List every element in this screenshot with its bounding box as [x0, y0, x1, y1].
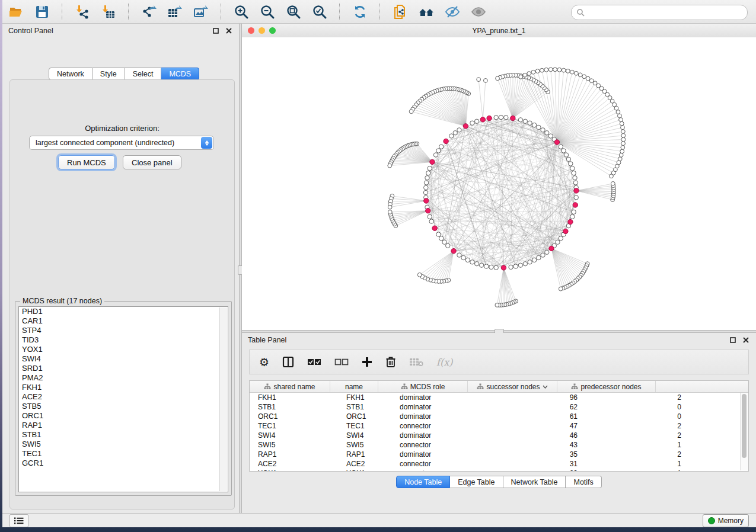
table-cell: STB1 — [250, 402, 338, 412]
mcds-result-item[interactable]: FKH1 — [19, 383, 228, 392]
mcds-result-item[interactable]: CAR1 — [19, 316, 228, 326]
table-cell: 96 — [489, 393, 583, 402]
minimize-window-icon[interactable] — [259, 27, 265, 34]
table-row[interactable]: SWI5SWI5connector431 — [250, 440, 748, 450]
mcds-result-item[interactable]: ORC1 — [19, 411, 228, 421]
mcds-result-item[interactable]: RAP1 — [19, 421, 228, 430]
zoom-fit-icon[interactable] — [285, 3, 302, 21]
table-row[interactable]: ORC1ORC1dominator610 — [250, 412, 748, 421]
delete-columns-trash-icon[interactable] — [385, 355, 396, 369]
create-column-plus-icon[interactable] — [362, 355, 372, 369]
shared-column-icon — [264, 383, 271, 390]
mcds-result-item[interactable]: YOX1 — [19, 345, 228, 354]
list-scrollbar[interactable] — [219, 307, 227, 491]
table-row[interactable]: STB1STB1dominator620 — [250, 402, 748, 412]
tab-motifs[interactable]: Motifs — [566, 476, 601, 488]
table-row[interactable]: TEC1TEC1connector472 — [250, 421, 748, 431]
column-header-successor-nodes[interactable]: successor nodes — [468, 381, 557, 392]
mcds-result-item[interactable]: ACE2 — [19, 392, 228, 402]
float-panel-icon[interactable] — [212, 27, 220, 35]
network-window-titlebar[interactable]: YPA_prune.txt_1 — [242, 24, 756, 38]
mcds-result-item[interactable]: SWI5 — [19, 440, 228, 449]
table-options-gear-icon[interactable]: ⚙ — [259, 355, 269, 369]
mcds-result-group: MCDS result (17 nodes) PHD1CAR1STP4TID3Y… — [15, 301, 232, 496]
close-panel-button[interactable]: Close panel — [123, 155, 181, 169]
column-header-predecessor-nodes[interactable]: predecessor nodes — [557, 381, 656, 392]
table-row[interactable]: FKH1FKH1dominator962 — [250, 393, 748, 402]
tab-node-table[interactable]: Node Table — [396, 476, 450, 488]
mcds-result-item[interactable]: PHD1 — [19, 307, 228, 316]
zoom-out-icon[interactable] — [259, 3, 276, 21]
birds-eye-view-icon[interactable] — [470, 3, 487, 21]
clone-network-icon[interactable] — [391, 3, 409, 21]
hide-graphics-details-icon[interactable] — [444, 3, 461, 21]
search-input[interactable] — [588, 8, 742, 17]
table-cell: TEC1 — [338, 421, 394, 431]
tab-edge-table[interactable]: Edge Table — [450, 476, 503, 488]
scrollbar-thumb[interactable] — [742, 394, 747, 458]
refresh-view-icon[interactable] — [351, 3, 369, 21]
mcds-result-item[interactable]: TEC1 — [19, 449, 228, 459]
maximize-window-icon[interactable] — [269, 27, 276, 34]
mcds-result-item[interactable]: STB1 — [19, 430, 228, 440]
search-field[interactable] — [571, 5, 748, 20]
memory-button[interactable]: Memory — [703, 514, 749, 527]
tab-style[interactable]: Style — [92, 68, 125, 80]
tab-select[interactable]: Select — [125, 68, 162, 80]
export-image-icon[interactable] — [192, 3, 210, 21]
memory-status-icon — [708, 517, 715, 524]
close-window-icon[interactable] — [248, 27, 254, 34]
mcds-result-item[interactable]: GCR1 — [19, 459, 228, 468]
import-network-icon[interactable] — [74, 3, 91, 21]
select-all-icon[interactable] — [307, 355, 321, 369]
tab-network[interactable]: Network — [49, 68, 92, 80]
mcds-result-item[interactable]: STP4 — [19, 326, 228, 335]
table-scrollbar[interactable] — [740, 393, 748, 470]
table-cell: SWI4 — [250, 431, 338, 440]
status-bar: Memory — [2, 513, 756, 527]
toolbar-separator — [339, 4, 340, 20]
table-row[interactable]: RAP1RAP1dominator352 — [250, 450, 748, 459]
close-panel-icon[interactable] — [225, 27, 233, 35]
mcds-result-item[interactable]: SWI4 — [19, 354, 228, 364]
mcds-result-item[interactable]: TID3 — [19, 335, 228, 345]
mcds-result-item[interactable]: SRD1 — [19, 364, 228, 373]
tab-mcds[interactable]: MCDS — [161, 68, 199, 80]
run-mcds-button[interactable]: Run MCDS — [58, 155, 115, 169]
network-canvas[interactable] — [242, 37, 756, 330]
first-neighbors-icon[interactable] — [417, 3, 435, 21]
close-panel-icon[interactable] — [742, 336, 750, 344]
table-cell: dominator — [394, 412, 489, 421]
column-header-name[interactable]: name — [330, 381, 378, 392]
tab-network-table[interactable]: Network Table — [503, 476, 566, 488]
save-session-icon[interactable] — [33, 3, 51, 21]
mcds-tab-content: Optimization criterion: largest connecte… — [9, 79, 235, 509]
criterion-dropdown[interactable]: largest connected component (undirected) — [29, 136, 214, 150]
shared-column-icon — [401, 383, 408, 390]
column-header-shared-name[interactable]: shared name — [250, 381, 330, 392]
table-row[interactable]: YOX1YOX1connector291 — [250, 469, 748, 472]
list-icon — [14, 517, 24, 524]
import-table-icon[interactable] — [100, 3, 117, 21]
table-cell: ORC1 — [338, 412, 394, 421]
open-session-icon[interactable] — [7, 3, 25, 21]
float-panel-icon[interactable] — [729, 336, 737, 344]
column-header-mcds-role[interactable]: MCDS role — [378, 381, 468, 392]
table-row[interactable]: ACE2ACE2connector311 — [250, 459, 748, 469]
mcds-result-list[interactable]: PHD1CAR1STP4TID3YOX1SWI4SRD1PMA2FKH1ACE2… — [18, 306, 228, 492]
node-table[interactable]: shared name name MCDS role successor nod… — [249, 380, 749, 472]
export-table-icon[interactable] — [166, 3, 184, 21]
table-row[interactable]: SWI4SWI4dominator462 — [250, 431, 748, 440]
shared-column-icon — [477, 383, 484, 390]
table-cell: YOX1 — [250, 469, 338, 472]
task-history-button[interactable] — [9, 514, 28, 527]
show-columns-icon[interactable] — [282, 355, 294, 369]
table-cell: 35 — [489, 450, 583, 459]
zoom-in-icon[interactable] — [232, 3, 250, 21]
mcds-result-item[interactable]: STB5 — [19, 402, 228, 411]
toolbar-separator — [221, 4, 222, 20]
mcds-result-item[interactable]: PMA2 — [19, 373, 228, 383]
deselect-all-icon[interactable] — [334, 355, 349, 369]
zoom-selected-icon[interactable] — [311, 3, 328, 21]
export-network-icon[interactable] — [140, 3, 158, 21]
